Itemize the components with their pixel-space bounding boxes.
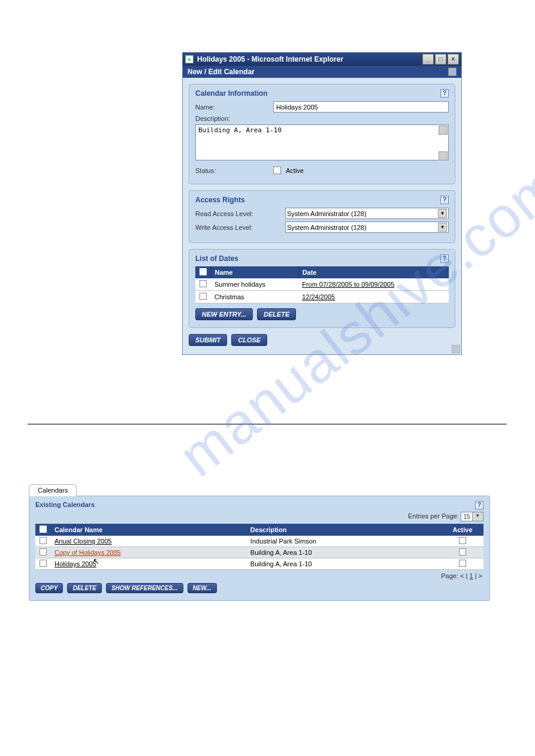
chevron-down-icon: ▼ (438, 223, 447, 232)
write-access-select[interactable]: System Administrator (128) ▼ (285, 221, 449, 233)
page-suffix: | > (475, 572, 482, 579)
read-access-label: Read Access Level: (195, 210, 285, 217)
dates-row: Christmas 12/24/2005 (195, 291, 449, 303)
delete-entry-button[interactable]: DELETE (257, 308, 296, 320)
textarea-scroll-down-icon (439, 151, 448, 160)
date-link[interactable]: 12/24/2005 (302, 293, 335, 300)
list-of-dates-fieldset: List of Dates ? Name Date Summer holiday… (189, 249, 455, 328)
entries-per-page-select[interactable]: 15 ▼ (461, 512, 483, 521)
entries-per-page-value: 15 (461, 514, 472, 520)
select-all-checkbox[interactable] (200, 268, 207, 275)
dialog-body: Calendar Information ? Name: Description… (183, 78, 461, 354)
calendar-desc: Building A, Area 1-10 (250, 549, 312, 556)
cal-col-desc: Description (247, 524, 442, 536)
active-label: Active (286, 167, 304, 174)
cal-col-active: Active (442, 524, 483, 536)
entries-per-page-label: Entries per Page: (408, 512, 459, 520)
calendars-panel: Calendars Existing Calendars ? Entries p… (29, 484, 490, 601)
show-references-button[interactable]: SHOW REFERENCES... (106, 583, 183, 593)
dates-col-date: Date (298, 266, 448, 278)
active-checkbox[interactable] (459, 537, 466, 544)
dates-row: Summer holidays From 07/28/2005 to 09/09… (195, 278, 449, 291)
calendar-name-link[interactable]: Copy of Holidays 2005 (55, 549, 121, 556)
write-access-value: System Administrator (128) (287, 224, 367, 231)
ie-icon: e (185, 55, 194, 63)
dates-select-all-header (195, 266, 211, 278)
resize-grip-icon (452, 345, 460, 353)
calendar-information-fieldset: Calendar Information ? Name: Description… (189, 84, 455, 184)
status-label: Status: (195, 167, 273, 174)
close-window-button[interactable]: × (448, 54, 459, 65)
separator (28, 424, 507, 425)
close-button[interactable]: CLOSE (231, 334, 267, 346)
access-rights-title: Access Rights (195, 196, 245, 204)
dates-table: Name Date Summer holidays From 07/28/200… (195, 266, 449, 303)
textarea-scroll-up-icon (439, 126, 448, 135)
active-checkbox[interactable] (459, 548, 466, 555)
write-access-label: Write Access Level: (195, 224, 285, 231)
list-of-dates-title: List of Dates (195, 254, 238, 263)
dates-col-name: Name (211, 266, 298, 278)
maximize-button[interactable]: □ (435, 54, 446, 65)
calendars-table: Calendar Name Description Active Anual C… (35, 524, 483, 570)
row-checkbox[interactable] (200, 280, 207, 287)
name-label: Name: (195, 104, 273, 111)
cal-col-name: Calendar Name (51, 524, 247, 536)
tab-calendars[interactable]: Calendars (29, 484, 77, 496)
new-entry-button[interactable]: NEW ENTRY... (195, 308, 253, 320)
calendar-info-title: Calendar Information (195, 89, 268, 98)
row-checkbox[interactable] (40, 548, 47, 555)
description-label: Description: (195, 115, 273, 122)
active-checkbox[interactable] (459, 560, 466, 567)
subheader-title: New / Edit Calendar (188, 68, 255, 76)
subheader-box-icon (448, 68, 457, 76)
help-icon[interactable]: ? (475, 501, 483, 509)
calendar-desc: Building A, Area 1-10 (250, 560, 312, 567)
row-checkbox[interactable] (40, 560, 47, 567)
calendar-name-link[interactable]: Anual Closing 2005 (55, 538, 111, 545)
existing-calendars-title: Existing Calendars (35, 501, 95, 509)
read-access-select[interactable]: System Administrator (128) ▼ (285, 208, 449, 219)
date-name: Summer holidays (214, 281, 265, 288)
titlebar: e Holidays 2005 - Microsoft Internet Exp… (183, 53, 461, 66)
calendar-row: Holidays 2005 Building A, Area 1-10 (35, 558, 483, 570)
pagination: Page: < | 1 | > (35, 572, 482, 579)
help-icon[interactable]: ? (440, 196, 449, 204)
date-link[interactable]: From 07/28/2005 to 09/09/2005 (302, 281, 394, 288)
minimize-button[interactable]: _ (422, 54, 434, 65)
delete-button[interactable]: DELETE (67, 583, 101, 593)
existing-calendars-box: Existing Calendars ? Entries per Page: 1… (29, 496, 490, 601)
chevron-down-icon: ▼ (438, 209, 447, 218)
read-access-value: System Administrator (128) (287, 210, 367, 217)
access-rights-fieldset: Access Rights ? Read Access Level: Syste… (189, 190, 455, 243)
cal-select-all-header (35, 524, 51, 536)
select-all-checkbox[interactable] (40, 526, 47, 533)
new-button[interactable]: NEW... (188, 583, 217, 593)
row-checkbox[interactable] (40, 537, 47, 544)
submit-button[interactable]: SUBMIT (189, 334, 227, 346)
edit-calendar-dialog: e Holidays 2005 - Microsoft Internet Exp… (182, 52, 462, 355)
calendar-row: Anual Closing 2005 Industrial Park Simso… (35, 536, 483, 547)
calendar-name-link[interactable]: Holidays 2005 (55, 560, 96, 567)
page-current[interactable]: 1 (469, 572, 473, 579)
active-checkbox[interactable] (273, 166, 281, 174)
dialog-subheader: New / Edit Calendar (183, 66, 461, 78)
date-name: Christmas (214, 293, 244, 300)
calendar-row: Copy of Holidays 2005 Building A, Area 1… (35, 547, 483, 558)
page-prefix: Page: < | (441, 572, 467, 579)
name-input[interactable] (273, 101, 449, 113)
row-checkbox[interactable] (200, 293, 207, 300)
window-title: Holidays 2005 - Microsoft Internet Explo… (197, 55, 419, 63)
copy-button[interactable]: COPY (35, 583, 63, 593)
window-buttons: _ □ × (422, 54, 459, 65)
chevron-down-icon: ▼ (472, 512, 483, 521)
description-textarea[interactable] (195, 125, 449, 160)
help-icon[interactable]: ? (440, 89, 449, 98)
help-icon[interactable]: ? (440, 254, 449, 263)
calendar-desc: Industrial Park Simson (250, 538, 316, 545)
